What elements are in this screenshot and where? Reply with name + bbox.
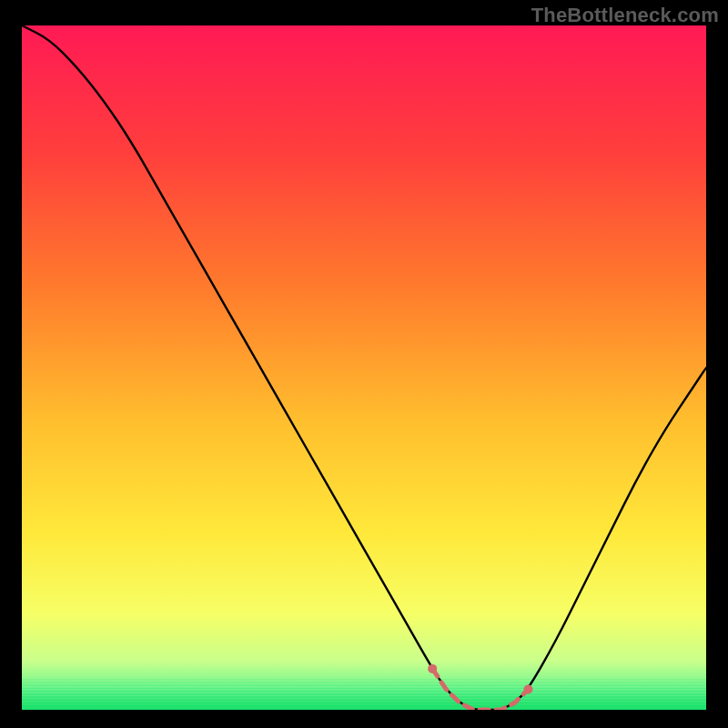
svg-rect-6 bbox=[22, 696, 706, 698]
watermark-text: TheBottleneck.com bbox=[531, 4, 719, 27]
svg-rect-8 bbox=[22, 703, 706, 704]
svg-rect-7 bbox=[22, 699, 706, 701]
chart-svg bbox=[22, 25, 706, 710]
svg-point-11 bbox=[523, 684, 532, 693]
svg-rect-0 bbox=[22, 679, 706, 681]
gradient-background bbox=[22, 25, 706, 710]
svg-rect-3 bbox=[22, 688, 706, 690]
svg-rect-5 bbox=[22, 693, 706, 695]
svg-rect-4 bbox=[22, 691, 706, 693]
svg-rect-1 bbox=[22, 682, 706, 683]
chart-frame: TheBottleneck.com bbox=[0, 0, 728, 728]
svg-rect-9 bbox=[22, 705, 706, 707]
plot-area bbox=[22, 25, 706, 710]
svg-rect-2 bbox=[22, 684, 706, 686]
svg-point-10 bbox=[428, 664, 437, 673]
